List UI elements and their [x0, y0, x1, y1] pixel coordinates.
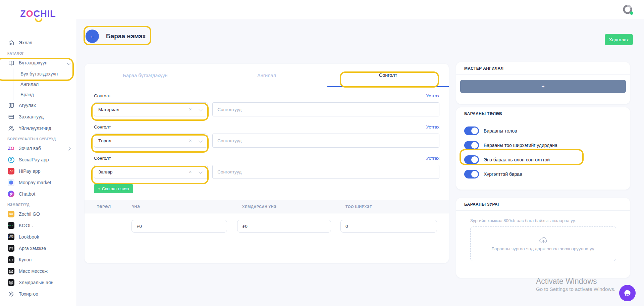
toggle-switch-on[interactable] [464, 155, 479, 164]
toggle-switch-on[interactable] [464, 126, 479, 135]
option-type-select[interactable]: Материал× [94, 102, 208, 116]
sidebar-item[interactable]: Захиалгууд [0, 111, 76, 122]
option-values-input[interactable] [212, 165, 439, 179]
sidebar-item[interactable]: Купон [0, 254, 76, 265]
add-option-label: Сонголт нэмэх [102, 187, 129, 191]
option-values-input[interactable] [212, 102, 439, 116]
sidebar-subitem-label: Ангилал [20, 82, 39, 87]
sidebar-section-label: БОРЛУУЛАЛТЫН СУВГУУД [0, 134, 76, 143]
option-values-input[interactable] [212, 134, 439, 148]
sidebar-item[interactable]: Эхлэл [0, 37, 76, 48]
chevron-down-icon[interactable] [195, 106, 203, 112]
sidebar-item-label: HiPay app [19, 168, 41, 174]
option-rows: СонголтУстгахМатериал×СонголтУстгахТөрөл… [94, 93, 439, 179]
sidebar-item[interactable]: Агуулах [0, 100, 76, 111]
quantity-input[interactable] [340, 220, 437, 233]
hipay-icon: hi [7, 167, 15, 175]
toggle-label: Хүргэлттэй бараа [484, 171, 522, 177]
back-button[interactable]: ← [86, 30, 99, 43]
sidebar-item[interactable]: Үйлчлүүлэгчид [0, 122, 76, 134]
clear-icon[interactable]: × [185, 107, 195, 112]
toggle-switch-on[interactable] [464, 141, 479, 150]
tab-category[interactable]: Ангилал [206, 64, 327, 87]
cloud-upload-icon [539, 237, 548, 244]
clear-icon[interactable]: × [185, 138, 195, 143]
avatar[interactable] [623, 4, 633, 14]
image-dropzone[interactable]: Барааны зургаа энд дарж эсвэл зөөж оруул… [470, 226, 616, 261]
option-label: Сонголт [94, 124, 111, 130]
sidebar-item-label: Zochil GO [19, 211, 40, 217]
toggle-knob [471, 171, 478, 177]
price-input[interactable] [131, 220, 227, 233]
tab-bar: Бараа бүтээгдэхүүнАнгилалСонголт [85, 64, 449, 87]
sidebar-subitem-label: Бүх бүтээгдэхүүн [20, 71, 58, 76]
option-controls-row: Загвар× [94, 165, 439, 179]
variant-column-header: ТОО ШИРХЭГ [345, 205, 372, 209]
tab-product-info[interactable]: Бараа бүтээгдэхүүн [85, 64, 206, 87]
toggle-label: Барааны тоо ширхэгийг удирдана [484, 143, 557, 148]
toggle-label: Энэ бараа нь олон сонголттой [484, 157, 550, 162]
sidebar-item[interactable]: Арга хэмжээ [0, 243, 76, 254]
add-master-category-button[interactable]: + [460, 80, 626, 93]
delete-option-link[interactable]: Устгах [426, 156, 440, 161]
delete-option-link[interactable]: Устгах [426, 93, 440, 98]
sidebar-item[interactable]: Chatbot [0, 188, 76, 200]
zochil-logo: ZOCHIL [0, 9, 76, 19]
add-option-button[interactable]: + Сонголт нэмэх [94, 184, 133, 193]
sidebar-subitem[interactable]: Брэнд [13, 89, 76, 100]
users-icon [7, 124, 15, 132]
lookbook-icon: LOOKBOOK [7, 233, 15, 241]
sidebar-item-label: Эхлэл [19, 40, 32, 45]
sidebar-subitem[interactable]: Ангилал [13, 79, 76, 89]
sidebar-divider [6, 33, 76, 33]
toggle-label: Барааны төлөв [484, 128, 517, 134]
master-category-card: МАСТЕР АНГИЛАЛ + [456, 62, 630, 104]
sidebar-item[interactable]: hiHiPay app [0, 165, 76, 177]
sidebar-item[interactable]: Тохиргоо [0, 288, 76, 300]
delete-option-link[interactable]: Устгах [426, 124, 440, 130]
clear-icon[interactable]: × [185, 169, 195, 174]
sidebar-item[interactable]: GOZochil GO [0, 208, 76, 220]
sidebar-item[interactable]: Бүтээгдэхүүн [0, 57, 76, 68]
sidebar-subitem-label: Брэнд [20, 92, 34, 97]
chevron-down-icon[interactable] [195, 137, 203, 143]
sidebar-item-label: Арга хэмжээ [19, 246, 46, 251]
topbar [76, 0, 644, 19]
sidebar-item[interactable]: ₮SocialPay app [0, 154, 76, 165]
option-label: Сонголт [94, 93, 111, 98]
sidebar-section-label: НЭМЭЛТҮҮД [0, 200, 76, 208]
zochil-go-icon: GO [7, 210, 15, 218]
sidebar-item-label: Бүтээгдэхүүн [19, 60, 47, 65]
socialpay-icon: ₮ [7, 156, 15, 163]
logo-letter-z: Z [20, 9, 26, 19]
map-icon [7, 102, 15, 109]
sidebar-section-label: КАТАЛОГ [0, 48, 76, 57]
option-type-value: Загвар [98, 169, 113, 174]
sidebar-item[interactable]: Хямдралын аян [0, 277, 76, 288]
option-label-row: СонголтУстгах [94, 156, 439, 161]
plus-icon: + [541, 84, 544, 89]
status-toggle-row: Энэ бараа нь олон сонголттой [464, 152, 622, 167]
chevron-down-icon[interactable] [195, 168, 203, 174]
toggle-switch-on[interactable] [464, 170, 479, 178]
sidebar-subitem[interactable]: Бүх бүтээгдэхүүн [13, 68, 76, 79]
sidebar-item[interactable]: Monpay market [0, 177, 76, 188]
sidebar-item[interactable]: ZOЗочил вэб [0, 143, 76, 154]
sidebar-item[interactable]: Масс мессеж [0, 265, 76, 277]
chat-bubble-icon [624, 289, 632, 297]
chat-widget-button[interactable] [619, 285, 636, 301]
product-options-card: Бараа бүтээгдэхүүнАнгилалСонголт Сонголт… [85, 64, 449, 263]
sidebar-item[interactable]: KOOL.KOOL. [0, 220, 76, 231]
toggle-knob [471, 156, 478, 163]
option-controls-row: Төрөл× [94, 134, 439, 148]
sale-price-input[interactable] [237, 220, 331, 233]
sidebar-item[interactable]: LOOKBOOKLookbook [0, 231, 76, 243]
sidebar-item-label: KOOL. [19, 223, 33, 228]
save-button[interactable]: Хадгалах [605, 34, 633, 45]
header-divider [86, 54, 633, 54]
option-type-select[interactable]: Загвар× [94, 165, 208, 179]
variant-column-header: ТӨРӨЛ [97, 205, 132, 209]
option-type-select[interactable]: Төрөл× [94, 134, 208, 148]
monpay-icon [7, 179, 15, 186]
tab-options[interactable]: Сонголт [327, 64, 449, 87]
